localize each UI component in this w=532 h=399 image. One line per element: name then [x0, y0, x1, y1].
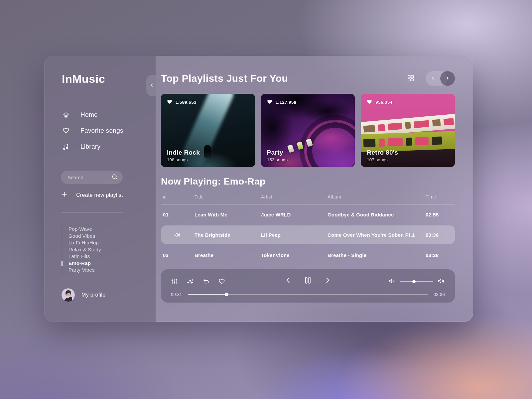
song-album: Goodbye & Good Riddance — [328, 212, 426, 217]
progress-section: 00:31 03:36 — [171, 292, 445, 297]
previous-track-button[interactable] — [286, 277, 290, 285]
carousel-next-button[interactable] — [440, 71, 455, 86]
now-playing-heading: Now Playing: Emo-Rap — [161, 176, 455, 187]
song-time: 03:38 — [426, 252, 440, 258]
volume-slider[interactable] — [400, 280, 433, 284]
song-artist: Lil Peep — [261, 232, 328, 238]
sidebar-playlist-item[interactable]: Relax & Study — [68, 246, 156, 253]
column-title: Title — [195, 194, 261, 200]
pause-button[interactable] — [305, 277, 311, 285]
volume-button[interactable] — [438, 278, 445, 285]
nav-label: Home — [80, 111, 98, 118]
profile-label: My profile — [81, 292, 105, 298]
heart-icon — [218, 278, 225, 285]
app-logo: InMusic — [62, 72, 156, 85]
next-track-button[interactable] — [326, 277, 330, 285]
shuffle-icon — [187, 278, 194, 285]
song-row[interactable]: 03 Breathe TokenVlone Breathe - Single 0… — [161, 245, 455, 265]
progress-fill — [188, 294, 226, 295]
playlist-card-indie-rock[interactable]: 1.589.653 Indie Rock 198 songs — [161, 94, 255, 167]
main-content: Top Playlists Just For You — [156, 56, 473, 322]
likes-badge: 956.354 — [367, 99, 392, 105]
create-playlist-label: Create new playlist — [76, 192, 123, 198]
sidebar-divider — [61, 212, 123, 212]
card-meta: Indie Rock 198 songs — [167, 149, 200, 162]
card-title: Party — [267, 149, 288, 156]
sidebar-playlist-item-active[interactable]: Emo-Rap — [68, 260, 156, 267]
sidebar-item-library[interactable]: Library — [44, 139, 156, 155]
likes-count: 1.127.958 — [276, 100, 297, 105]
create-playlist-button[interactable]: Create new playlist — [62, 192, 156, 198]
sidebar-nav: Home Favorite songs Library — [44, 107, 156, 155]
carousel-pager — [426, 71, 455, 86]
chevron-left-icon — [431, 76, 435, 81]
song-row-playing[interactable]: The Brightside Lil Peep Come Over When Y… — [161, 225, 455, 244]
grid-view-button[interactable] — [407, 74, 414, 83]
song-row[interactable]: 01 Lean With Me Juice WRLD Goodbye & Goo… — [161, 205, 455, 224]
sidebar-playlist-item[interactable]: Good Vibes — [68, 233, 156, 240]
elapsed-time: 00:31 — [171, 292, 182, 297]
search-box — [61, 171, 123, 184]
song-album: Come Over When You're Sober, Pt.1 — [328, 232, 426, 238]
plus-icon — [62, 192, 67, 198]
player-bar: 00:31 03:36 — [161, 269, 455, 303]
song-title: Lean With Me — [195, 212, 261, 217]
equalizer-icon — [171, 278, 178, 286]
playlist-card-retro-80s[interactable]: 956.354 Retro 80's 107 songs — [361, 94, 455, 167]
card-song-count: 107 songs — [367, 157, 398, 162]
sidebar-item-home[interactable]: Home — [44, 107, 156, 123]
header-controls — [407, 71, 455, 86]
heart-icon — [167, 99, 172, 105]
sidebar-playlist-item[interactable]: Lo-Fi HipHop — [68, 239, 156, 246]
song-artist: TokenVlone — [261, 252, 328, 258]
equalizer-button[interactable] — [171, 278, 178, 286]
search-icon[interactable] — [112, 174, 118, 182]
nav-label: Favorite songs — [80, 127, 123, 134]
playlist-cards: 1.589.653 Indie Rock 198 songs 1.127.958 — [161, 94, 455, 167]
player-left-controls — [171, 278, 225, 286]
volume-mute-icon — [389, 278, 395, 285]
playlist-card-party[interactable]: 1.127.958 Party 153 songs — [261, 94, 355, 167]
sidebar-playlist-item[interactable]: Pop-Wave — [68, 226, 156, 233]
heart-icon — [267, 99, 272, 105]
song-table: # Title Artist Album Time 01 Lean With M… — [161, 194, 455, 265]
column-artist: Artist — [261, 194, 328, 200]
playlist-list: Pop-Wave Good Vibes Lo-Fi HipHop Relax &… — [62, 225, 156, 274]
mute-button[interactable] — [389, 278, 395, 285]
main-header: Top Playlists Just For You — [161, 71, 455, 86]
sidebar-collapse-button[interactable] — [146, 75, 156, 96]
song-number: 01 — [163, 212, 195, 217]
heart-icon — [62, 127, 70, 134]
card-meta: Retro 80's 107 songs — [367, 149, 398, 162]
profile-button[interactable]: My profile — [62, 288, 156, 302]
song-album: Breathe - Single — [328, 252, 426, 258]
progress-bar[interactable] — [188, 293, 428, 297]
likes-badge: 1.589.653 — [167, 99, 197, 105]
sidebar-item-favorite-songs[interactable]: Favorite songs — [44, 123, 156, 139]
grid-icon — [407, 74, 414, 83]
progress-thumb[interactable] — [225, 293, 228, 296]
previous-icon — [286, 277, 290, 285]
song-title: The Brightside — [195, 232, 261, 238]
now-playing-speaker-icon — [174, 232, 195, 238]
total-time: 03:36 — [434, 292, 445, 297]
sidebar-playlist-item[interactable]: Latin Hits — [68, 253, 156, 260]
likes-count: 1.589.653 — [176, 100, 197, 105]
volume-slider-thumb[interactable] — [412, 280, 416, 283]
song-time: 02:55 — [426, 212, 440, 217]
card-title: Indie Rock — [167, 149, 200, 156]
card-song-count: 198 songs — [167, 157, 200, 162]
column-album: Album — [328, 194, 426, 200]
song-artist: Juice WRLD — [261, 212, 328, 217]
shuffle-button[interactable] — [187, 278, 194, 285]
likes-count: 956.354 — [375, 100, 392, 105]
player-transport-controls — [286, 277, 330, 285]
page-title: Top Playlists Just For You — [161, 73, 288, 84]
heart-icon — [367, 99, 372, 105]
music-note-icon — [62, 143, 70, 150]
sidebar-playlist-item[interactable]: Party Vibes — [68, 267, 156, 274]
pause-icon — [305, 277, 311, 285]
favorite-button[interactable] — [218, 278, 225, 285]
song-title: Breathe — [195, 252, 261, 258]
repeat-button[interactable] — [202, 278, 209, 285]
